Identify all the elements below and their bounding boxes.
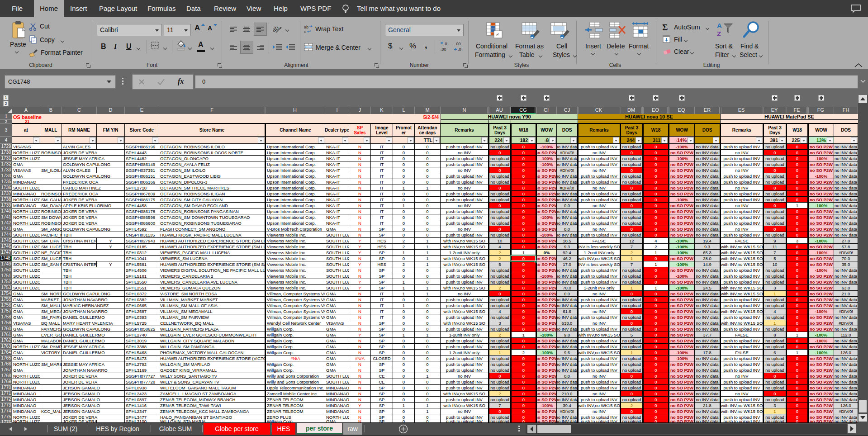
svg-text:≠: ≠ — [496, 31, 499, 38]
svg-text:.0: .0 — [458, 47, 461, 52]
svg-text:c: c — [304, 29, 306, 33]
svg-text:.0: .0 — [444, 42, 447, 46]
svg-text:ab: ab — [304, 25, 308, 29]
svg-text:.00: .00 — [455, 42, 461, 46]
svg-text:.00: .00 — [441, 47, 446, 52]
